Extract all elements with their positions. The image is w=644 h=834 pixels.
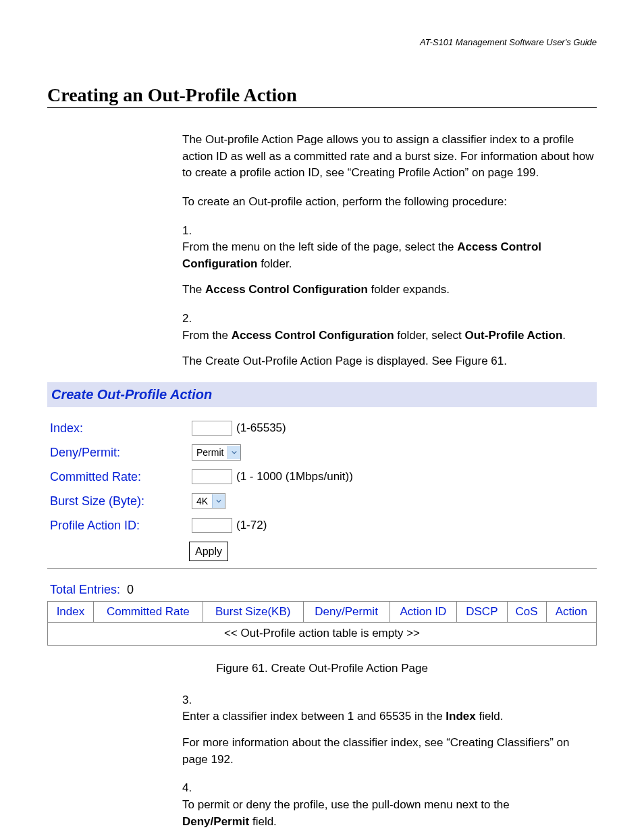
col-burst-size: Burst Size(KB) [203,601,303,623]
table-empty-message: << Out-Profile action table is empty >> [48,623,597,646]
running-header: AT-S101 Management Software User's Guide [47,37,597,47]
deny-permit-select[interactable]: Permit [192,444,241,461]
out-profile-action-table: Index Committed Rate Burst Size(KB) Deny… [47,601,597,646]
col-cos: CoS [507,601,546,623]
step-text: The [182,283,205,296]
hint-index: (1-65535) [236,420,286,437]
step-number: 2. [182,311,200,328]
step-text: folder, select [394,329,465,342]
col-dscp: DSCP [457,601,507,623]
label-committed-rate: Committed Rate: [47,468,192,486]
col-action: Action [546,601,596,623]
panel-title: Create Out-Profile Action [47,382,597,407]
index-input[interactable] [192,421,232,436]
step-bold: Deny/Permit [182,815,249,828]
col-action-id: Action ID [390,601,457,623]
step-text: From the menu on the left side of the pa… [182,240,457,253]
step-text: From the [182,329,232,342]
step-text: . [562,329,566,342]
total-entries: Total Entries: 0 [47,581,597,598]
apply-button[interactable]: Apply [189,542,228,561]
burst-size-select[interactable]: 4K [192,493,225,509]
step-text: For more information about the classifie… [182,735,576,768]
step-number: 3. [182,692,200,709]
label-index: Index: [47,419,192,437]
intro-paragraph: The Out-profile Action Page allows you t… [182,132,597,182]
step-text: folder expands. [368,283,450,296]
total-entries-value: 0 [127,583,134,596]
select-value: 4K [192,494,212,508]
step-bold: Out-Profile Action [465,329,563,342]
col-deny-permit: Deny/Permit [303,601,390,623]
col-committed-rate: Committed Rate [93,601,203,623]
step-bold: Access Control Configuration [205,283,368,296]
col-index: Index [48,601,94,623]
chevron-down-icon [212,494,225,508]
step-number: 1. [182,223,200,240]
lead-in: To create an Out-profile action, perform… [182,194,597,211]
section-title: Creating an Out-Profile Action [47,84,597,108]
table-header-row: Index Committed Rate Burst Size(KB) Deny… [48,601,597,623]
chevron-down-icon [227,446,240,459]
step-number: 4. [182,780,200,797]
select-value: Permit [192,446,227,459]
total-entries-label: Total Entries: [50,583,120,596]
step-text: field. [476,710,504,723]
step-text: Enter a classifier index between 1 and 6… [182,710,446,723]
step-text: To permit or deny the profile, use the p… [182,798,510,811]
label-profile-action-id: Profile Action ID: [47,517,192,534]
hint-committed-rate: (1 - 1000 (1Mbps/unit)) [236,469,353,486]
step-text: folder. [257,257,292,270]
label-burst-size: Burst Size (Byte): [47,492,192,510]
step-text: field. [249,815,277,828]
label-deny-permit: Deny/Permit: [47,444,192,461]
profile-action-id-input[interactable] [192,518,232,533]
figure-caption: Figure 61. Create Out-Profile Action Pag… [47,660,597,677]
table-row: << Out-Profile action table is empty >> [48,623,597,646]
step-text: The Create Out-Profile Action Page is di… [182,353,576,370]
step-bold: Index [446,710,475,723]
step-bold: Access Control Configuration [232,329,394,342]
figure-create-out-profile-action: Create Out-Profile Action Index: (1-6553… [47,382,597,646]
hint-profile-action-id: (1-72) [236,517,267,534]
committed-rate-input[interactable] [192,469,232,484]
